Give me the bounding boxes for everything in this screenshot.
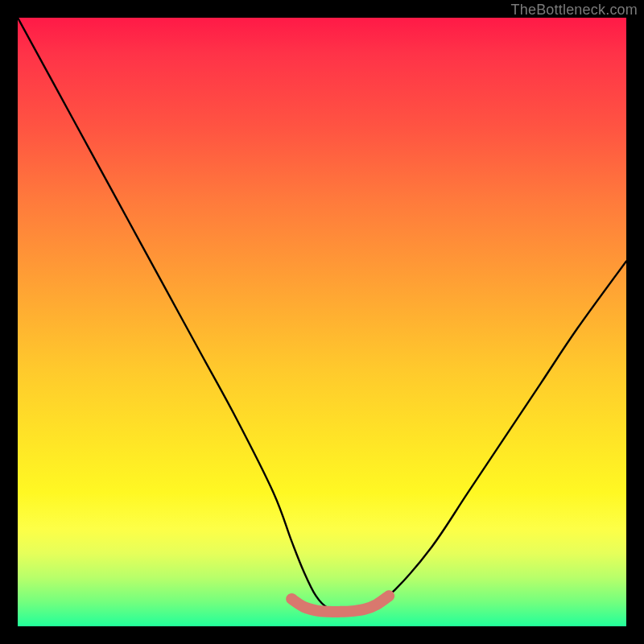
chart-frame: TheBottleneck.com — [0, 0, 644, 644]
bottleneck-curve-path — [18, 18, 626, 609]
chart-svg — [18, 18, 626, 626]
watermark-label: TheBottleneck.com — [511, 2, 638, 19]
optimal-band-path — [291, 596, 389, 612]
plot-area — [18, 18, 626, 626]
